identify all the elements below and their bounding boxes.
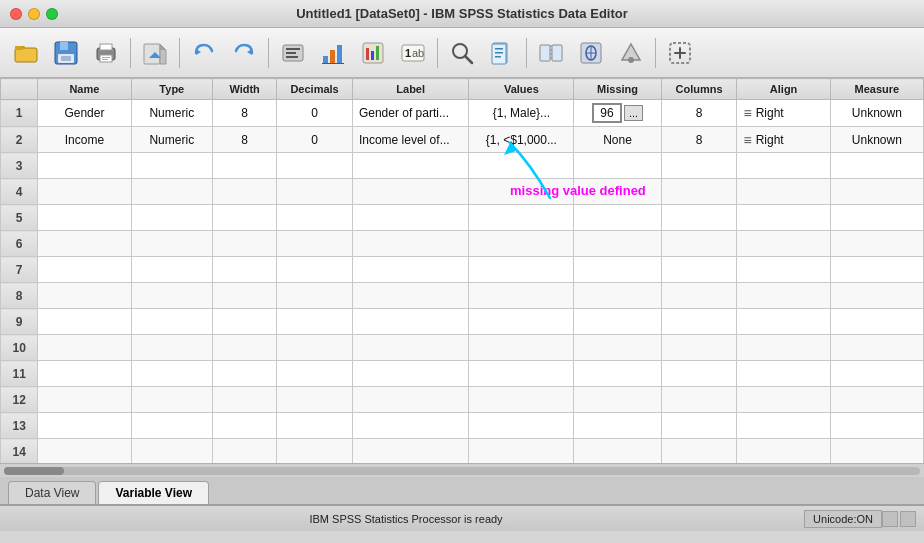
close-button[interactable] <box>10 8 22 20</box>
table-container[interactable]: Name Type Width Decimals Label Values Mi… <box>0 78 924 463</box>
status-box-2 <box>900 511 916 527</box>
svg-rect-10 <box>102 57 110 58</box>
var-columns[interactable]: 8 <box>661 100 737 127</box>
undo-button[interactable] <box>186 35 222 71</box>
var-label[interactable]: Income level of... <box>352 127 469 153</box>
row-number: 9 <box>1 309 38 335</box>
col-header-label[interactable]: Label <box>352 79 469 100</box>
var-name[interactable]: Income <box>38 127 131 153</box>
var-type[interactable]: Numeric <box>131 100 213 127</box>
scrollbar-thumb[interactable] <box>4 467 64 475</box>
maximize-button[interactable] <box>46 8 58 20</box>
tab-data-view[interactable]: Data View <box>8 481 96 504</box>
table-row: 3 <box>1 153 924 179</box>
var-width[interactable]: 8 <box>213 100 277 127</box>
table-header-row: Name Type Width Decimals Label Values Mi… <box>1 79 924 100</box>
col-header-align[interactable]: Align <box>737 79 830 100</box>
print-button[interactable] <box>88 35 124 71</box>
col-header-type[interactable]: Type <box>131 79 213 100</box>
col-header-measure[interactable]: Measure <box>830 79 923 100</box>
svg-rect-9 <box>100 55 112 62</box>
svg-marker-17 <box>247 49 252 55</box>
row-number: 10 <box>1 335 38 361</box>
select-cases-button[interactable] <box>573 35 609 71</box>
row-number: 2 <box>1 127 38 153</box>
align-right-icon: ≡ <box>743 132 751 148</box>
var-name[interactable]: Gender <box>38 100 131 127</box>
var-width[interactable]: 8 <box>213 127 277 153</box>
var-values[interactable]: {1, Male}... <box>469 100 574 127</box>
tab-bar: Data View Variable View <box>0 477 924 505</box>
stats-button[interactable] <box>355 35 391 71</box>
table-row: 10 <box>1 335 924 361</box>
col-header-decimals[interactable]: Decimals <box>277 79 353 100</box>
svg-rect-8 <box>100 44 112 50</box>
window-title: Untitled1 [DataSet0] - IBM SPSS Statisti… <box>296 6 628 21</box>
var-missing[interactable]: 96 ... <box>574 100 661 127</box>
missing-edit-button[interactable]: ... <box>624 105 643 121</box>
toolbar-separator-4 <box>437 38 438 68</box>
scrollbar-track[interactable] <box>4 467 920 475</box>
var-align[interactable]: ≡ Right <box>737 127 830 153</box>
toolbar-separator-1 <box>130 38 131 68</box>
svg-rect-11 <box>102 59 108 60</box>
var-label[interactable]: Gender of parti... <box>352 100 469 127</box>
table-row: 13 <box>1 413 924 439</box>
align-right-icon: ≡ <box>743 105 751 121</box>
var-measure[interactable]: Unknown <box>830 127 923 153</box>
var-decimals[interactable]: 0 <box>277 100 353 127</box>
status-indicators <box>882 511 916 527</box>
horizontal-scrollbar[interactable] <box>0 463 924 477</box>
codebook-button[interactable] <box>484 35 520 71</box>
row-number: 3 <box>1 153 38 179</box>
svg-rect-29 <box>376 46 379 60</box>
row-number: 5 <box>1 205 38 231</box>
var-align[interactable]: ≡ Right <box>737 100 830 127</box>
svg-rect-23 <box>330 50 335 63</box>
var-columns[interactable]: 8 <box>661 127 737 153</box>
svg-rect-12 <box>144 44 160 64</box>
value-labels-button[interactable]: 1 ab <box>395 35 431 71</box>
save-button[interactable] <box>48 35 84 71</box>
status-bar: IBM SPSS Statistics Processor is ready U… <box>0 505 924 531</box>
redo-button[interactable] <box>226 35 262 71</box>
table-row: 8 <box>1 283 924 309</box>
var-type[interactable]: Numeric <box>131 127 213 153</box>
var-measure[interactable]: Unknown <box>830 100 923 127</box>
goto-variable-button[interactable] <box>275 35 311 71</box>
col-header-values[interactable]: Values <box>469 79 574 100</box>
var-values[interactable]: {1, <$1,000... <box>469 127 574 153</box>
table-row: 2 Income Numeric 8 0 Income level of... … <box>1 127 924 153</box>
svg-point-48 <box>628 57 634 63</box>
split-file-button[interactable] <box>533 35 569 71</box>
unicode-status: Unicode:ON <box>804 510 882 528</box>
row-number: 13 <box>1 413 38 439</box>
table-row: 9 <box>1 309 924 335</box>
import-button[interactable] <box>137 35 173 71</box>
missing-value-display: 96 <box>592 103 622 123</box>
var-decimals[interactable]: 0 <box>277 127 353 153</box>
svg-rect-20 <box>286 52 296 54</box>
traffic-lights <box>10 8 58 20</box>
svg-text:ab: ab <box>412 47 424 59</box>
table-row: 11 <box>1 361 924 387</box>
tab-variable-view[interactable]: Variable View <box>98 481 209 504</box>
table-row: 4 <box>1 179 924 205</box>
row-number: 4 <box>1 179 38 205</box>
find-button[interactable] <box>444 35 480 71</box>
weight-cases-button[interactable] <box>613 35 649 71</box>
open-button[interactable] <box>8 35 44 71</box>
col-header-columns[interactable]: Columns <box>661 79 737 100</box>
charts-button[interactable] <box>315 35 351 71</box>
minimize-button[interactable] <box>28 8 40 20</box>
col-header-width[interactable]: Width <box>213 79 277 100</box>
row-number: 8 <box>1 283 38 309</box>
svg-line-34 <box>465 56 472 63</box>
var-missing[interactable]: None <box>574 127 661 153</box>
toolbar-separator-2 <box>179 38 180 68</box>
col-header-missing[interactable]: Missing <box>574 79 661 100</box>
add-variable-button[interactable] <box>662 35 698 71</box>
toolbar-separator-3 <box>268 38 269 68</box>
row-number: 6 <box>1 231 38 257</box>
col-header-name[interactable]: Name <box>38 79 131 100</box>
